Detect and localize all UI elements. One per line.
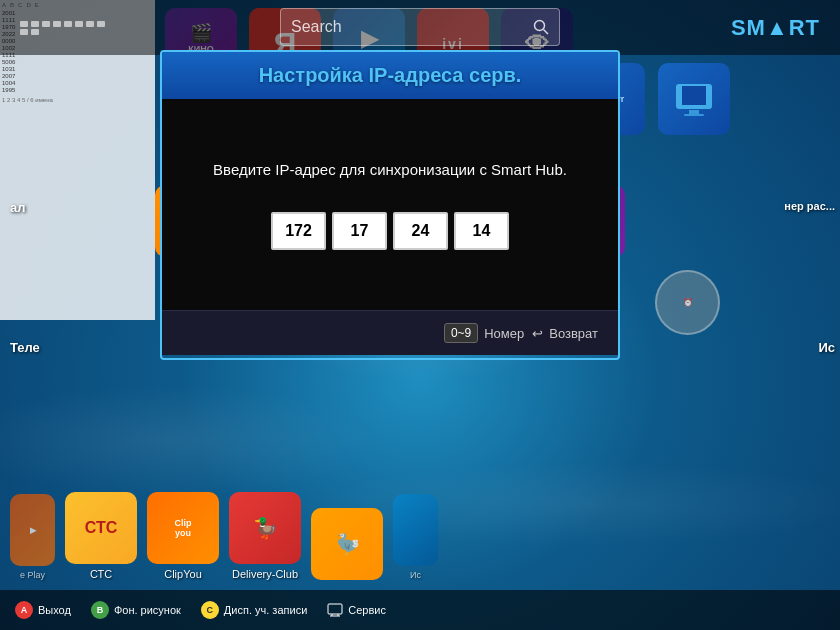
app-delivery-icon[interactable]: 🦆 [229, 492, 301, 564]
app-partial-left-icon[interactable]: ▶ [10, 494, 55, 566]
ip-fields: 172 17 24 14 [271, 212, 509, 250]
mini-dot-4 [53, 21, 61, 27]
app-partial-right[interactable]: Ис [393, 494, 438, 580]
app-clipyou-label: ClipYou [164, 568, 202, 580]
app-ostrich[interactable]: 🦤 [311, 508, 383, 580]
btn-c-circle: C [201, 601, 219, 619]
screen-icon [327, 603, 343, 617]
return-arrow: ↩ [532, 326, 543, 341]
ip-octet-4[interactable]: 14 [454, 212, 509, 250]
app-partial-right-icon[interactable] [393, 494, 438, 566]
mini-dot-3 [42, 21, 50, 27]
app-clipyou-icon[interactable]: Clipyou [147, 492, 219, 564]
clock-widget: ⏰ [655, 270, 720, 335]
footer-hint-back: ↩ Возврат [532, 326, 598, 341]
top-bar-left [20, 21, 105, 35]
hint-key-09: 0~9 [444, 323, 478, 343]
samsung-logo: SM▲RT [731, 15, 820, 41]
right-label-ner: нер рас... [784, 200, 835, 212]
app-ctc-icon[interactable]: СТС [65, 492, 137, 564]
left-label-tele: Теле [10, 340, 40, 355]
svg-rect-6 [328, 604, 342, 614]
dialog-title: Настройка IP-адреса серв. [182, 64, 598, 87]
svg-rect-5 [684, 114, 704, 116]
app-delivery[interactable]: 🦆 Delivery-Club [229, 492, 301, 580]
btn-b-circle: B [91, 601, 109, 619]
mini-dot-7 [86, 21, 94, 27]
btn-account[interactable]: C Дисп. уч. записи [201, 601, 307, 619]
hint-label-number: Номер [484, 326, 524, 341]
mini-icons [20, 21, 105, 35]
btn-a-circle: A [15, 601, 33, 619]
app-clipyou[interactable]: Clipyou ClipYou [147, 492, 219, 580]
app-partial-left[interactable]: ▶ е Play [10, 494, 55, 580]
bottom-bar: A Выход B Фон. рисунок C Дисп. уч. запис… [0, 590, 840, 630]
mini-dot-10 [31, 29, 39, 35]
app-delivery-label: Delivery-Club [232, 568, 298, 580]
app-ostrich-icon[interactable]: 🦤 [311, 508, 383, 580]
app-monitor[interactable] [658, 63, 730, 135]
ip-dialog: Настройка IP-адреса серв. Введите IP-адр… [160, 50, 620, 360]
dialog-body: Введите IP-адрес для синхронизации с Sma… [162, 99, 618, 310]
svg-line-1 [544, 30, 549, 35]
mini-dot-1 [20, 21, 28, 27]
clock-hands: ⏰ [683, 298, 693, 307]
dialog-footer: 0~9 Номер ↩ Возврат [162, 310, 618, 355]
svg-rect-4 [689, 110, 699, 114]
mini-dot-6 [75, 21, 83, 27]
clock-face: ⏰ [655, 270, 720, 335]
ip-octet-3[interactable]: 24 [393, 212, 448, 250]
logo-text: SM▲RT [731, 15, 820, 40]
top-bar: Search SM▲RT [0, 0, 840, 55]
ip-octet-1[interactable]: 172 [271, 212, 326, 250]
dialog-description: Введите IP-адрес для синхронизации с Sma… [213, 159, 567, 182]
app-ctc[interactable]: СТС СТС [65, 492, 137, 580]
app-monitor-icon[interactable] [658, 63, 730, 135]
footer-hint-number: 0~9 Номер [444, 323, 524, 343]
ip-octet-2[interactable]: 17 [332, 212, 387, 250]
hint-label-back: Возврат [549, 326, 598, 341]
search-placeholder: Search [291, 18, 525, 36]
app-partial-left-label: е Play [20, 570, 45, 580]
left-label-al: ал [10, 200, 26, 215]
mini-dot-8 [97, 21, 105, 27]
app-monitor-area [658, 63, 730, 135]
btn-account-label: Дисп. уч. записи [224, 604, 307, 616]
app-partial-right-label: Ис [410, 570, 421, 580]
btn-exit-label: Выход [38, 604, 71, 616]
btn-bg[interactable]: B Фон. рисунок [91, 601, 181, 619]
btn-bg-label: Фон. рисунок [114, 604, 181, 616]
search-bar[interactable]: Search [280, 8, 560, 46]
mini-dot-5 [64, 21, 72, 27]
btn-exit[interactable]: A Выход [15, 601, 71, 619]
tv-icon [674, 82, 714, 117]
mini-dot-2 [31, 21, 39, 27]
search-icon [533, 19, 549, 35]
apps-row3: ▶ е Play СТС СТС Clipyou ClipYou 🦆 Deliv… [0, 492, 840, 580]
btn-service[interactable]: Сервис [327, 603, 386, 617]
svg-rect-3 [682, 86, 706, 105]
dialog-header: Настройка IP-адреса серв. [162, 52, 618, 99]
btn-service-label: Сервис [348, 604, 386, 616]
right-label-is: Ис [818, 340, 835, 355]
app-ctc-label: СТС [90, 568, 112, 580]
mini-dot-9 [20, 29, 28, 35]
svg-point-0 [535, 21, 545, 31]
